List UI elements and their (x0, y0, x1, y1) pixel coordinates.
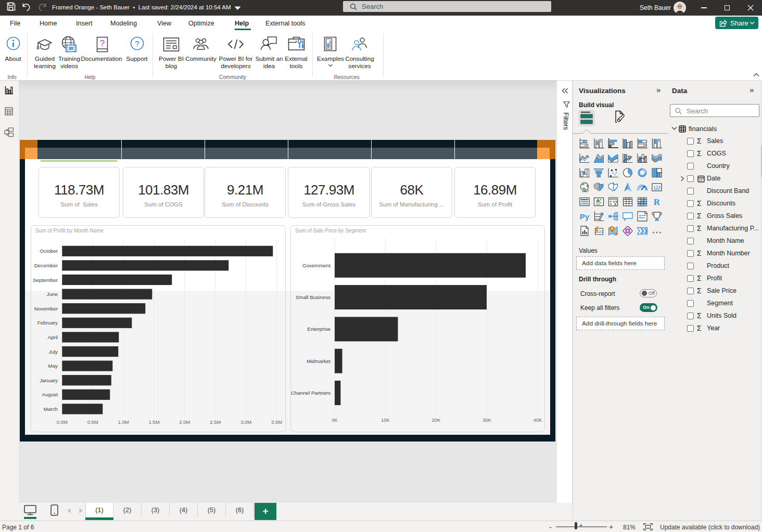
svg-text:3.5M: 3.5M (271, 419, 282, 425)
svg-text:Py: Py (580, 212, 590, 221)
svg-text:March: March (44, 406, 58, 412)
svg-text:February: February (37, 320, 58, 326)
svg-text:10K: 10K (381, 417, 390, 423)
svg-text:1.0M: 1.0M (118, 419, 129, 425)
svg-text:Small Business: Small Business (296, 294, 331, 300)
svg-text:1.5M: 1.5M (148, 419, 159, 425)
svg-text:May: May (48, 363, 58, 369)
svg-text:September: September (33, 277, 58, 283)
svg-text:30K: 30K (482, 417, 492, 423)
svg-text:0K: 0K (332, 417, 338, 423)
svg-text:April: April (47, 334, 58, 340)
svg-text:?: ? (100, 38, 105, 48)
svg-text:June: June (47, 291, 58, 297)
svg-text:August: August (42, 392, 58, 397)
svg-text:Enterprise: Enterprise (307, 326, 331, 332)
svg-text:?: ? (135, 39, 139, 48)
svg-text:2.5M: 2.5M (210, 419, 221, 425)
svg-text:20K: 20K (432, 417, 441, 423)
svg-text:Sum of Sale Price by Segment: Sum of Sale Price by Segment (295, 228, 366, 233)
svg-text:December: December (34, 263, 58, 268)
svg-text:Midmarket: Midmarket (307, 358, 331, 364)
svg-text:November: November (34, 306, 58, 312)
svg-text:October: October (40, 248, 58, 254)
svg-text:Government: Government (302, 263, 331, 268)
svg-text:January: January (40, 378, 58, 383)
svg-text:0.0M: 0.0M (57, 419, 68, 425)
svg-text:3.0M: 3.0M (240, 419, 251, 425)
svg-text:0.5M: 0.5M (87, 419, 98, 425)
svg-text:R: R (654, 197, 661, 207)
svg-text:123: 123 (653, 185, 661, 190)
svg-text:40K: 40K (534, 417, 543, 423)
svg-text:2.0M: 2.0M (179, 419, 190, 425)
svg-text:Channel Partners: Channel Partners (291, 390, 331, 396)
svg-text:Sum of Profit by Month Name: Sum of Profit by Month Name (35, 228, 104, 233)
svg-text:July: July (49, 349, 58, 355)
